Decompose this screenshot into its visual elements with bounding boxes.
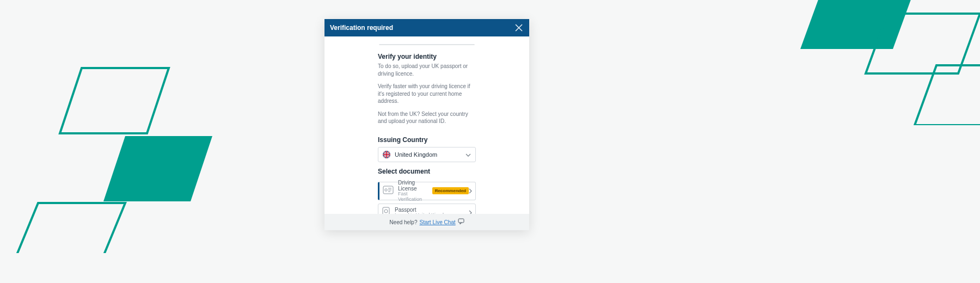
issuing-country-label: Issuing Country xyxy=(378,136,476,144)
issuing-country-select[interactable]: United Kingdom xyxy=(378,147,476,162)
recommended-badge: Recommended xyxy=(432,187,469,194)
verify-p2: Verify faster with your driving licence … xyxy=(378,83,476,105)
chevron-down-icon xyxy=(465,151,471,158)
uk-flag-icon xyxy=(383,151,390,158)
doc-passport-sub: Issued in United Kingdom xyxy=(395,213,451,214)
chevron-right-icon xyxy=(469,186,472,196)
verify-p1: To do so, upload your UK passport or dri… xyxy=(378,63,476,77)
dialog-footer: Need help? Start Live Chat xyxy=(324,214,529,230)
passport-icon xyxy=(382,207,390,214)
dialog-header: Verification required xyxy=(324,19,529,36)
need-help-label: Need help? xyxy=(389,219,417,225)
issuing-country-value: United Kingdom xyxy=(395,151,437,158)
select-document-label: Select document xyxy=(378,168,476,175)
svg-point-14 xyxy=(385,188,387,190)
svg-rect-12 xyxy=(383,154,390,155)
dialog-title: Verification required xyxy=(330,24,393,32)
dialog-body: Identity Address Verify your identity To… xyxy=(324,36,529,214)
svg-point-19 xyxy=(384,210,388,213)
chat-icon xyxy=(458,218,464,226)
doc-option-passport[interactable]: Passport Issued in United Kingdom xyxy=(378,204,476,214)
svg-marker-3 xyxy=(800,0,915,49)
svg-rect-21 xyxy=(458,219,464,223)
verify-heading: Verify your identity xyxy=(378,53,476,60)
svg-marker-0 xyxy=(60,68,169,133)
svg-rect-18 xyxy=(383,207,389,214)
doc-driving-title: Driving License xyxy=(398,180,428,192)
deco-right xyxy=(773,0,980,125)
dialog-content: Verify your identity To do so, upload yo… xyxy=(378,53,476,214)
deco-left xyxy=(0,63,223,253)
chevron-right-icon xyxy=(469,208,472,214)
doc-driving-sub: Fast Verification xyxy=(398,192,428,202)
driving-license-icon xyxy=(383,186,394,196)
start-live-chat-link[interactable]: Start Live Chat xyxy=(420,219,456,225)
verification-dialog: Verification required Identity Address V… xyxy=(324,19,529,230)
doc-option-driving-license[interactable]: Driving License Fast Verification Recomm… xyxy=(378,182,476,200)
svg-marker-1 xyxy=(103,136,212,201)
verify-p3: Not from the UK? Select your country and… xyxy=(378,110,476,125)
tab-switch: Identity Address xyxy=(379,44,475,45)
svg-marker-2 xyxy=(16,203,125,253)
close-icon[interactable] xyxy=(514,23,524,33)
